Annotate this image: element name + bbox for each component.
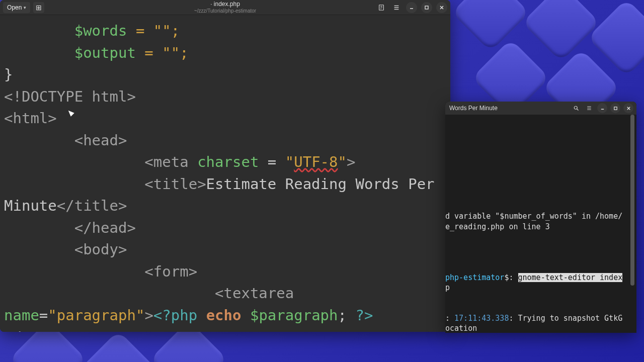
terminal-selected-text: gnome-text-editor index (518, 273, 623, 282)
code-editor-viewport[interactable]: $words = ""; $output = ""; } <!DOCTYPE h… (0, 15, 450, 332)
document-info-button[interactable] (376, 2, 387, 13)
editor-filename: · index.php (194, 1, 256, 8)
svg-rect-1 (425, 6, 428, 9)
terminal-prompt-path: php-estimator (445, 273, 504, 282)
minimize-button[interactable] (406, 2, 417, 13)
terminal-timestamp: 17:11:43.338 (454, 314, 509, 323)
svg-point-2 (574, 106, 577, 109)
chevron-down-icon: ▾ (24, 5, 26, 10)
terminal-window: Words Per Minute d variable "$number_of_… (445, 102, 636, 333)
terminal-output[interactable]: d variable "$number_of_words" in /home/ … (445, 115, 636, 333)
search-button[interactable] (571, 103, 581, 113)
scrollbar-thumb[interactable] (630, 115, 634, 286)
hamburger-menu-button[interactable] (584, 103, 594, 113)
minimize-button[interactable] (597, 103, 607, 113)
close-button[interactable] (623, 103, 633, 113)
terminal-scrollbar[interactable] (630, 115, 635, 333)
terminal-line: d variable "$number_of_words" in /home/ (445, 212, 622, 221)
maximize-button[interactable] (421, 2, 432, 13)
editor-filepath: ~/zzz/Tutorial/php-estimator (194, 8, 256, 14)
editor-title-block: · index.php ~/zzz/Tutorial/php-estimator (194, 1, 256, 13)
open-button-label: Open (7, 4, 22, 11)
maximize-button[interactable] (610, 103, 620, 113)
plus-icon: ⊞ (36, 4, 42, 12)
hamburger-menu-button[interactable] (391, 2, 402, 13)
svg-rect-3 (614, 107, 616, 109)
new-tab-button[interactable]: ⊞ (33, 2, 44, 13)
open-button[interactable]: Open ▾ (3, 2, 30, 13)
terminal-line: e_reading.php on line 3 (445, 222, 550, 231)
close-button[interactable] (436, 2, 447, 13)
editor-headerbar: Open ▾ ⊞ · index.php ~/zzz/Tutorial/php-… (0, 0, 450, 15)
terminal-title: Words Per Minute (449, 105, 498, 112)
text-editor-window: Open ▾ ⊞ · index.php ~/zzz/Tutorial/php-… (0, 0, 450, 332)
terminal-headerbar: Words Per Minute (445, 102, 636, 115)
